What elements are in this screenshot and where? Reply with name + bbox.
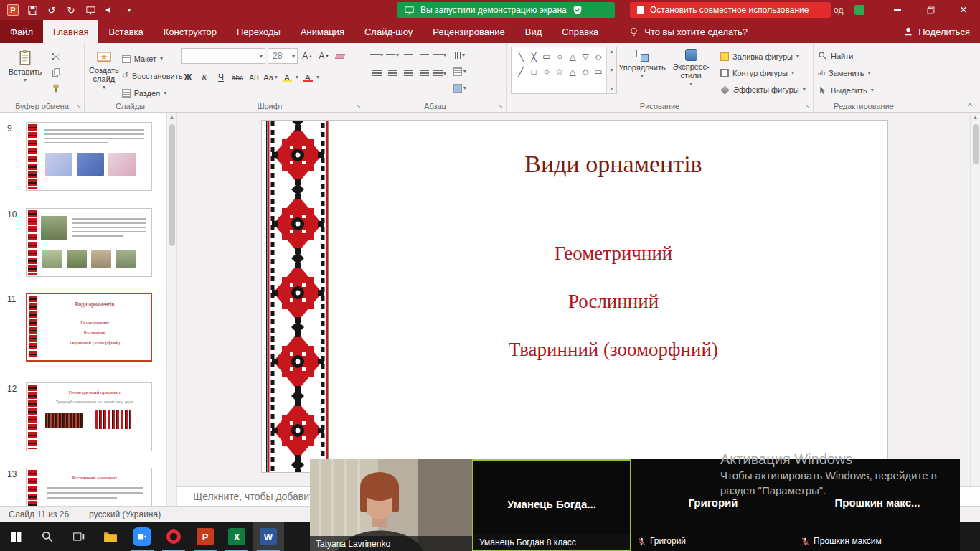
tab-file[interactable]: Файл	[0, 20, 43, 43]
scroll-up-arrow[interactable]: ▲	[971, 113, 980, 123]
tab-insert[interactable]: Вставка	[98, 20, 153, 43]
tab-slideshow[interactable]: Слайд-шоу	[354, 20, 423, 43]
minimize-button[interactable]	[881, 0, 914, 20]
task-view-button[interactable]	[63, 522, 95, 551]
text-direction-button[interactable]: ▾	[453, 48, 466, 62]
shape-glyph[interactable]: ▭	[542, 52, 550, 62]
new-slide-button[interactable]: Создать слайд ▾	[89, 47, 119, 100]
shape-glyph[interactable]: ☆	[556, 67, 564, 77]
slide-scrollbar[interactable]: ▲	[970, 113, 980, 486]
align-left-button[interactable]	[369, 67, 385, 81]
search-button[interactable]	[32, 522, 63, 551]
start-slideshow-button[interactable]	[85, 4, 96, 16]
columns-button[interactable]: ▾	[432, 67, 448, 81]
replace-button[interactable]: abЗаменить▾	[818, 65, 910, 80]
redo-button[interactable]: ↻	[65, 4, 77, 16]
align-right-button[interactable]	[400, 67, 416, 81]
slide-body-item[interactable]: Геометричний	[348, 242, 879, 265]
shapes-scroll-up[interactable]: ▲	[609, 49, 614, 54]
select-button[interactable]: Выделить▾	[818, 83, 910, 98]
clipboard-dialog-launcher[interactable]: ↘	[75, 103, 83, 110]
tab-animations[interactable]: Анимация	[291, 20, 354, 43]
section-button[interactable]: Раздел▾	[122, 85, 183, 100]
thumbnail-slide-11-selected[interactable]: Види орнаментів Геометричний Рослинний Т…	[26, 293, 152, 362]
quick-styles-button[interactable]: Экспресс-стили ▾	[667, 47, 715, 100]
numbering-button[interactable]: ▾	[385, 48, 400, 62]
speaker-icon[interactable]	[104, 4, 116, 16]
scrollbar-thumb[interactable]	[973, 124, 979, 164]
participant-video-tile[interactable]: Прошкин макс... Прошкин максим	[795, 459, 960, 551]
shape-glyph[interactable]: ○	[557, 52, 562, 62]
powerpoint-app-button[interactable]: P	[189, 522, 221, 551]
bullets-button[interactable]: ▾	[369, 48, 385, 62]
drawing-dialog-launcher[interactable]: ↘	[804, 103, 811, 110]
participant-video-tile[interactable]: Григорий Григорий	[631, 459, 795, 551]
convert-smartart-button[interactable]: ▾	[453, 81, 466, 95]
zoom-app-button[interactable]	[126, 522, 158, 551]
align-center-button[interactable]	[385, 67, 400, 81]
reset-button[interactable]: ↺Восстановить	[122, 68, 183, 83]
scroll-up-arrow[interactable]: ▲	[167, 113, 176, 123]
shape-glyph[interactable]: ╱	[518, 67, 523, 77]
paragraph-dialog-launcher[interactable]: ↘	[496, 103, 504, 110]
slide-title[interactable]: Види орнаментів	[348, 151, 879, 178]
thumbnail-scrollbar[interactable]: ▲	[167, 113, 177, 506]
font-color-button[interactable]: А▾	[301, 71, 319, 85]
scrollbar-thumb[interactable]	[169, 124, 175, 246]
cut-button[interactable]	[49, 50, 63, 63]
excel-app-button[interactable]: X	[221, 522, 253, 551]
shape-glyph[interactable]: □	[531, 67, 536, 77]
font-name-combo[interactable]: ▾	[181, 48, 265, 64]
increase-indent-button[interactable]	[416, 48, 432, 62]
format-painter-button[interactable]	[49, 81, 63, 95]
find-button[interactable]: Найти	[818, 48, 910, 63]
participant-video-tile[interactable]: Уманець Богда... Уманець Богдан 8 класс	[472, 459, 631, 551]
shape-glyph[interactable]: ▭	[594, 67, 602, 77]
paste-button[interactable]: Вставить ▾	[4, 47, 46, 100]
shape-glyph[interactable]: △	[569, 67, 575, 77]
qat-customize-button[interactable]: ▾	[123, 4, 135, 16]
collapse-ribbon-button[interactable]	[966, 100, 974, 109]
character-spacing-button[interactable]: АВ	[247, 71, 261, 85]
change-case-button[interactable]: Аа▾	[263, 71, 278, 85]
opera-app-button[interactable]	[158, 522, 189, 551]
font-dialog-launcher[interactable]: ↘	[354, 103, 362, 110]
clear-formatting-button[interactable]	[333, 50, 347, 63]
underline-button[interactable]: Ч	[214, 71, 228, 85]
shape-glyph[interactable]: △	[569, 52, 575, 62]
tab-review[interactable]: Рецензирование	[423, 20, 514, 43]
shapes-scroll-down[interactable]: ▼	[609, 67, 614, 72]
justify-button[interactable]	[416, 67, 432, 81]
tab-transitions[interactable]: Переходы	[227, 20, 291, 43]
shape-glyph[interactable]: ◇	[582, 67, 588, 77]
slide-body-item[interactable]: Рослинний	[348, 291, 879, 313]
start-button[interactable]	[0, 522, 32, 551]
layout-button[interactable]: Макет▾	[122, 51, 183, 66]
thumbnail-slide-13[interactable]: Рослинний орнамент	[26, 468, 152, 506]
italic-button[interactable]: К	[197, 71, 212, 85]
shape-glyph[interactable]: ◇	[595, 52, 601, 62]
restore-button[interactable]	[914, 0, 947, 20]
shrink-font-button[interactable]: А▾	[316, 50, 331, 63]
arrange-button[interactable]: Упорядочить ▾	[620, 47, 664, 100]
tab-view[interactable]: Вид	[515, 20, 552, 43]
shape-glyph[interactable]: ╳	[531, 52, 536, 62]
font-size-combo[interactable]: 28▾	[268, 48, 298, 64]
shape-effects-button[interactable]: Эффекты фигуры▾	[720, 83, 806, 97]
grow-font-button[interactable]: А▴	[300, 50, 314, 63]
shape-outline-button[interactable]: Контур фигуры▾	[720, 66, 806, 80]
text-highlight-button[interactable]: А▾	[280, 71, 298, 85]
participant-video-tile[interactable]: Tatyana Lavrinenko	[310, 459, 472, 551]
word-app-button[interactable]: W	[253, 522, 284, 551]
undo-button[interactable]: ↺	[46, 4, 57, 16]
close-button[interactable]: ×	[947, 0, 980, 20]
save-button[interactable]	[27, 4, 38, 16]
shape-glyph[interactable]: ○	[544, 67, 549, 77]
share-button[interactable]: Поделиться	[893, 20, 980, 43]
stop-sharing-button[interactable]: Остановить совместное использование	[630, 2, 831, 18]
bold-button[interactable]: Ж	[181, 71, 195, 85]
slide-canvas[interactable]: Види орнаментів Геометричний Рослинний Т…	[262, 121, 887, 472]
shape-fill-button[interactable]: Заливка фигуры▾	[720, 50, 806, 64]
decrease-indent-button[interactable]	[400, 48, 416, 62]
copy-button[interactable]	[49, 65, 63, 79]
